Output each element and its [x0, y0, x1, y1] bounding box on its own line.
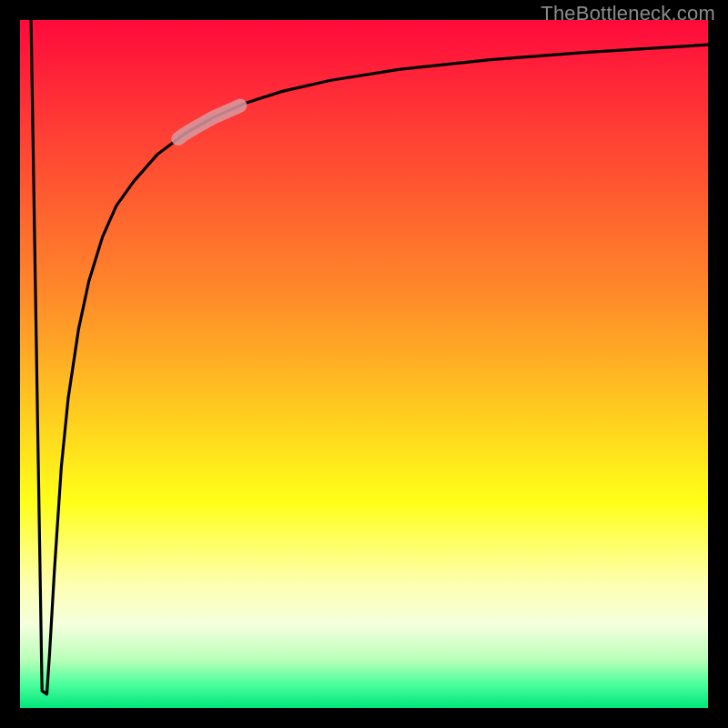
plot-area — [20, 20, 708, 708]
watermark-text: TheBottleneck.com — [541, 2, 715, 25]
frame-left — [0, 0, 20, 728]
plot-background — [20, 20, 708, 708]
frame-right — [708, 0, 728, 728]
chart-svg — [0, 0, 728, 728]
frame-bottom — [0, 708, 728, 728]
chart-frame: TheBottleneck.com — [0, 0, 728, 728]
